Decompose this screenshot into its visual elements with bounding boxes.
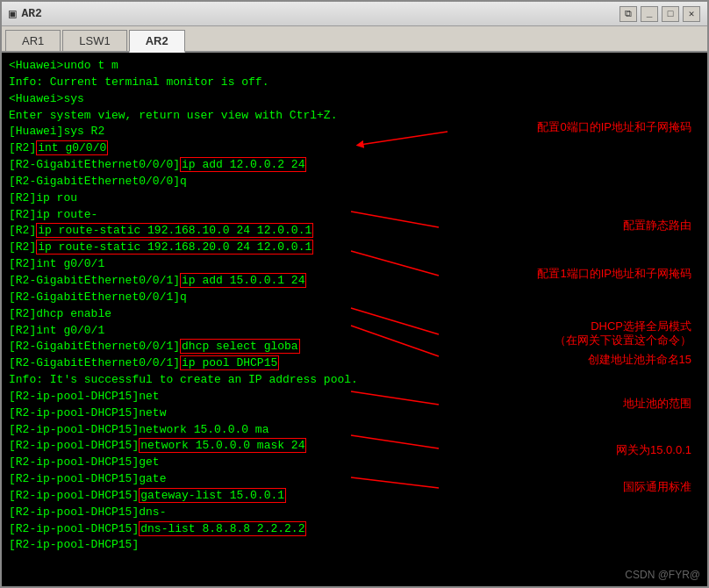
highlight-ip-add-12: ip add 12.0.0.2 24 <box>180 157 306 172</box>
line-7: [R2-GigabitEthernet0/0/0]ip add 12.0.0.2… <box>9 157 700 174</box>
tab-bar: AR1 LSW1 AR2 <box>2 26 707 53</box>
highlight-int-g0: int g0/0/0 <box>36 140 108 155</box>
tab-ar2[interactable]: AR2 <box>129 30 185 53</box>
annotation-create-pool: 创建地址池并命名15 <box>588 352 691 368</box>
line-12: [R2]ip route-static 192.168.20.0 24 12.0… <box>9 240 700 256</box>
annotation-international: 国际通用标准 <box>623 479 691 495</box>
line-26: [R2-ip-pool-DHCP15]gate <box>9 471 700 488</box>
terminal-content: <Huawei>undo t m Info: Current terminal … <box>9 58 700 554</box>
annotation-static-route: 配置静态路由 <box>623 218 691 233</box>
line-21: [R2-ip-pool-DHCP15]net <box>9 389 700 405</box>
window-title: AR2 <box>21 7 619 20</box>
highlight-network-mask: network 15.0.0.0 mask 24 <box>139 438 306 453</box>
close-button[interactable]: ✕ <box>683 6 700 22</box>
highlight-route-20: ip route-static 192.168.20.0 24 12.0.0.1 <box>36 240 313 255</box>
line-30: [R2-ip-pool-DHCP15] <box>9 537 700 554</box>
line-27: [R2-ip-pool-DHCP15]gateway-list 15.0.0.1 <box>9 488 700 505</box>
line-24: [R2-ip-pool-DHCP15]network 15.0.0.0 mask… <box>9 438 700 455</box>
line-23: [R2-ip-pool-DHCP15]network 15.0.0.0 ma <box>9 422 700 439</box>
maximize-button[interactable]: □ <box>662 6 679 22</box>
minimize-button[interactable]: _ <box>641 6 658 22</box>
line-10: [R2]ip route- <box>9 207 700 224</box>
line-20: Info: It's successful to create an IP ad… <box>9 372 700 389</box>
restore-button[interactable]: ⧉ <box>619 6 637 22</box>
line-22: [R2-ip-pool-DHCP15]netw <box>9 405 700 422</box>
line-2: Info: Current terminal monitor is off. <box>9 75 700 91</box>
terminal-area[interactable]: <Huawei>undo t m Info: Current terminal … <box>2 53 707 586</box>
annotation-port1-ip: 配置1端口的IP地址和子网掩码 <box>537 266 691 282</box>
window-icon: ▣ <box>9 6 16 21</box>
line-28: [R2-ip-pool-DHCP15]dns- <box>9 505 700 521</box>
annotation-dhcp-global-2: （在网关下设置这个命令） <box>555 333 691 348</box>
line-11: [R2]ip route-static 192.168.10.0 24 12.0… <box>9 223 700 240</box>
line-9: [R2]ip rou <box>9 190 700 207</box>
line-25: [R2-ip-pool-DHCP15]get <box>9 455 700 471</box>
line-3: <Huawei>sys <box>9 91 700 108</box>
line-15: [R2-GigabitEthernet0/0/1]q <box>9 290 700 306</box>
csdn-watermark: CSDN @FYR@ <box>625 569 700 581</box>
tab-lsw1[interactable]: LSW1 <box>62 30 126 51</box>
annotation-gateway: 网关为15.0.0.1 <box>616 442 691 458</box>
title-bar: ▣ AR2 ⧉ _ □ ✕ <box>2 2 707 26</box>
line-6: [R2]int g0/0/0 <box>9 140 700 157</box>
title-controls: ⧉ _ □ ✕ <box>619 6 700 22</box>
line-8: [R2-GigabitEthernet0/0/0]q <box>9 174 700 190</box>
highlight-dns-list: dns-list 8.8.8.8 2.2.2.2 <box>139 521 306 536</box>
highlight-ip-add-15: ip add 15.0.0.1 24 <box>180 273 306 288</box>
annotation-pool-range: 地址池的范围 <box>623 396 691 412</box>
annotation-port0-ip: 配置0端口的IP地址和子网掩码 <box>537 119 691 135</box>
highlight-ip-pool: ip pool DHCP15 <box>180 355 279 370</box>
window: ▣ AR2 ⧉ _ □ ✕ AR1 LSW1 AR2 <Huawei>undo … <box>0 0 709 588</box>
tab-ar1[interactable]: AR1 <box>5 30 61 51</box>
line-29: [R2-ip-pool-DHCP15]dns-list 8.8.8.8 2.2.… <box>9 521 700 538</box>
highlight-dhcp-select: dhcp select globa <box>180 339 300 354</box>
highlight-route-10: ip route-static 192.168.10.0 24 12.0.0.1 <box>36 223 313 238</box>
line-1: <Huawei>undo t m <box>9 58 700 75</box>
highlight-gateway: gateway-list 15.0.0.1 <box>139 488 286 503</box>
